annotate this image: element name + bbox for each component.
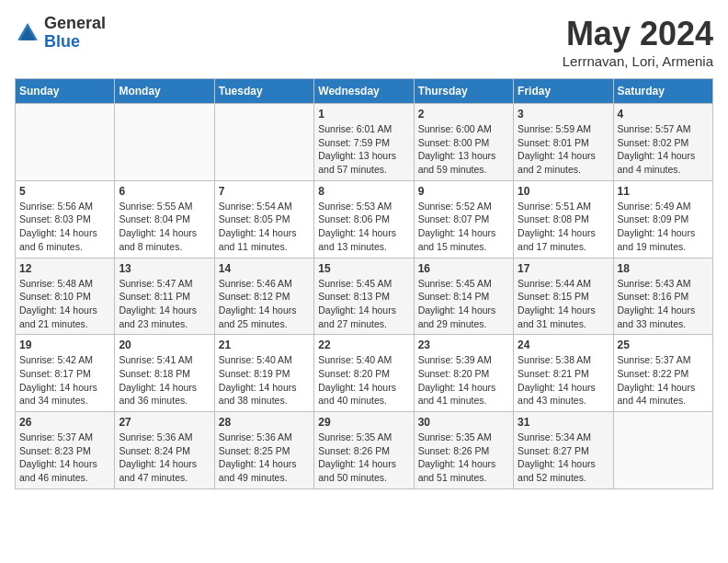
day-number: 7 [219, 185, 310, 198]
day-number: 21 [219, 339, 310, 351]
day-number: 13 [119, 262, 210, 275]
weekday-header: Monday [115, 79, 214, 104]
calendar-cell: 19Sunrise: 5:42 AM Sunset: 8:17 PM Dayli… [16, 335, 115, 412]
calendar-cell [214, 104, 313, 181]
day-number: 3 [518, 108, 609, 121]
day-info: Sunrise: 5:57 AM Sunset: 8:02 PM Dayligh… [618, 122, 709, 177]
calendar-week-row: 26Sunrise: 5:37 AM Sunset: 8:23 PM Dayli… [16, 412, 713, 489]
day-number: 26 [19, 416, 110, 429]
day-info: Sunrise: 5:45 AM Sunset: 8:13 PM Dayligh… [318, 277, 409, 331]
day-number: 22 [318, 339, 409, 351]
calendar-cell: 8Sunrise: 5:53 AM Sunset: 8:06 PM Daylig… [314, 180, 414, 258]
day-number: 31 [518, 416, 609, 429]
day-number: 4 [618, 108, 709, 121]
day-number: 18 [618, 262, 709, 275]
calendar-cell: 2Sunrise: 6:00 AM Sunset: 8:00 PM Daylig… [414, 104, 513, 181]
day-info: Sunrise: 5:55 AM Sunset: 8:04 PM Dayligh… [119, 200, 210, 254]
day-info: Sunrise: 5:39 AM Sunset: 8:20 PM Dayligh… [418, 353, 509, 408]
day-info: Sunrise: 5:49 AM Sunset: 8:09 PM Dayligh… [618, 200, 709, 254]
day-number: 2 [418, 108, 509, 121]
calendar-cell: 12Sunrise: 5:48 AM Sunset: 8:10 PM Dayli… [16, 258, 115, 335]
day-number: 16 [418, 262, 509, 275]
calendar-cell [613, 412, 712, 489]
day-number: 6 [119, 185, 210, 198]
calendar-cell [16, 104, 115, 181]
day-info: Sunrise: 6:01 AM Sunset: 7:59 PM Dayligh… [318, 122, 409, 177]
calendar-cell [115, 104, 214, 181]
day-info: Sunrise: 5:54 AM Sunset: 8:05 PM Dayligh… [219, 200, 310, 254]
day-info: Sunrise: 5:34 AM Sunset: 8:27 PM Dayligh… [518, 431, 609, 485]
day-info: Sunrise: 5:37 AM Sunset: 8:23 PM Dayligh… [19, 431, 110, 485]
day-number: 20 [119, 339, 210, 351]
logo-general: General [44, 14, 106, 32]
calendar-cell: 16Sunrise: 5:45 AM Sunset: 8:14 PM Dayli… [414, 258, 513, 335]
day-info: Sunrise: 5:43 AM Sunset: 8:16 PM Dayligh… [618, 277, 709, 331]
day-info: Sunrise: 5:38 AM Sunset: 8:21 PM Dayligh… [518, 353, 609, 408]
location: Lerrnavan, Lori, Armenia [563, 53, 713, 69]
calendar-cell: 22Sunrise: 5:40 AM Sunset: 8:20 PM Dayli… [314, 335, 414, 412]
day-number: 11 [618, 185, 709, 198]
logo-icon [15, 20, 40, 46]
weekday-header-row: SundayMondayTuesdayWednesdayThursdayFrid… [16, 79, 713, 104]
day-info: Sunrise: 5:46 AM Sunset: 8:12 PM Dayligh… [219, 277, 310, 331]
calendar-cell: 14Sunrise: 5:46 AM Sunset: 8:12 PM Dayli… [214, 258, 313, 335]
calendar-cell: 10Sunrise: 5:51 AM Sunset: 8:08 PM Dayli… [514, 180, 613, 258]
day-info: Sunrise: 5:48 AM Sunset: 8:10 PM Dayligh… [19, 277, 110, 331]
calendar-cell: 9Sunrise: 5:52 AM Sunset: 8:07 PM Daylig… [414, 180, 513, 258]
logo-blue: Blue [44, 32, 80, 51]
day-info: Sunrise: 5:42 AM Sunset: 8:17 PM Dayligh… [19, 353, 110, 408]
calendar-cell: 18Sunrise: 5:43 AM Sunset: 8:16 PM Dayli… [613, 258, 712, 335]
day-number: 29 [318, 416, 409, 429]
calendar-cell: 3Sunrise: 5:59 AM Sunset: 8:01 PM Daylig… [514, 104, 613, 181]
weekday-header: Saturday [613, 79, 712, 104]
day-info: Sunrise: 5:45 AM Sunset: 8:14 PM Dayligh… [418, 277, 509, 331]
logo-text: General Blue [44, 15, 106, 52]
calendar-cell: 17Sunrise: 5:44 AM Sunset: 8:15 PM Dayli… [514, 258, 613, 335]
calendar-cell: 13Sunrise: 5:47 AM Sunset: 8:11 PM Dayli… [115, 258, 214, 335]
day-info: Sunrise: 5:40 AM Sunset: 8:20 PM Dayligh… [318, 353, 409, 408]
calendar-cell: 29Sunrise: 5:35 AM Sunset: 8:26 PM Dayli… [314, 412, 414, 489]
calendar-week-row: 5Sunrise: 5:56 AM Sunset: 8:03 PM Daylig… [16, 180, 713, 258]
calendar-cell: 1Sunrise: 6:01 AM Sunset: 7:59 PM Daylig… [314, 104, 414, 181]
day-info: Sunrise: 5:36 AM Sunset: 8:25 PM Dayligh… [219, 431, 310, 485]
day-number: 8 [318, 185, 409, 198]
calendar-table: SundayMondayTuesdayWednesdayThursdayFrid… [15, 78, 713, 489]
day-info: Sunrise: 5:51 AM Sunset: 8:08 PM Dayligh… [518, 200, 609, 254]
weekday-header: Friday [514, 79, 613, 104]
weekday-header: Sunday [16, 79, 115, 104]
title-block: May 2024 Lerrnavan, Lori, Armenia [563, 15, 713, 69]
day-number: 19 [19, 339, 110, 351]
calendar-cell: 20Sunrise: 5:41 AM Sunset: 8:18 PM Dayli… [115, 335, 214, 412]
calendar-cell: 7Sunrise: 5:54 AM Sunset: 8:05 PM Daylig… [214, 180, 313, 258]
day-info: Sunrise: 5:35 AM Sunset: 8:26 PM Dayligh… [418, 431, 509, 485]
day-number: 28 [219, 416, 310, 429]
calendar-cell: 4Sunrise: 5:57 AM Sunset: 8:02 PM Daylig… [613, 104, 712, 181]
calendar-week-row: 12Sunrise: 5:48 AM Sunset: 8:10 PM Dayli… [16, 258, 713, 335]
day-info: Sunrise: 5:52 AM Sunset: 8:07 PM Dayligh… [418, 200, 509, 254]
day-info: Sunrise: 5:40 AM Sunset: 8:19 PM Dayligh… [219, 353, 310, 408]
day-info: Sunrise: 5:53 AM Sunset: 8:06 PM Dayligh… [318, 200, 409, 254]
calendar-cell: 23Sunrise: 5:39 AM Sunset: 8:20 PM Dayli… [414, 335, 513, 412]
calendar-cell: 27Sunrise: 5:36 AM Sunset: 8:24 PM Dayli… [115, 412, 214, 489]
calendar-cell: 26Sunrise: 5:37 AM Sunset: 8:23 PM Dayli… [16, 412, 115, 489]
day-info: Sunrise: 6:00 AM Sunset: 8:00 PM Dayligh… [418, 122, 509, 177]
day-number: 24 [518, 339, 609, 351]
weekday-header: Wednesday [314, 79, 414, 104]
day-info: Sunrise: 5:41 AM Sunset: 8:18 PM Dayligh… [119, 353, 210, 408]
calendar-cell: 21Sunrise: 5:40 AM Sunset: 8:19 PM Dayli… [214, 335, 313, 412]
calendar-cell: 30Sunrise: 5:35 AM Sunset: 8:26 PM Dayli… [414, 412, 513, 489]
calendar-cell: 5Sunrise: 5:56 AM Sunset: 8:03 PM Daylig… [16, 180, 115, 258]
day-number: 9 [418, 185, 509, 198]
calendar-cell: 15Sunrise: 5:45 AM Sunset: 8:13 PM Dayli… [314, 258, 414, 335]
calendar-week-row: 1Sunrise: 6:01 AM Sunset: 7:59 PM Daylig… [16, 104, 713, 181]
day-number: 25 [618, 339, 709, 351]
logo: General Blue [15, 15, 106, 52]
day-info: Sunrise: 5:56 AM Sunset: 8:03 PM Dayligh… [19, 200, 110, 254]
day-number: 30 [418, 416, 509, 429]
day-number: 1 [318, 108, 409, 121]
day-info: Sunrise: 5:59 AM Sunset: 8:01 PM Dayligh… [518, 122, 609, 177]
calendar-week-row: 19Sunrise: 5:42 AM Sunset: 8:17 PM Dayli… [16, 335, 713, 412]
day-number: 10 [518, 185, 609, 198]
day-info: Sunrise: 5:44 AM Sunset: 8:15 PM Dayligh… [518, 277, 609, 331]
weekday-header: Thursday [414, 79, 513, 104]
